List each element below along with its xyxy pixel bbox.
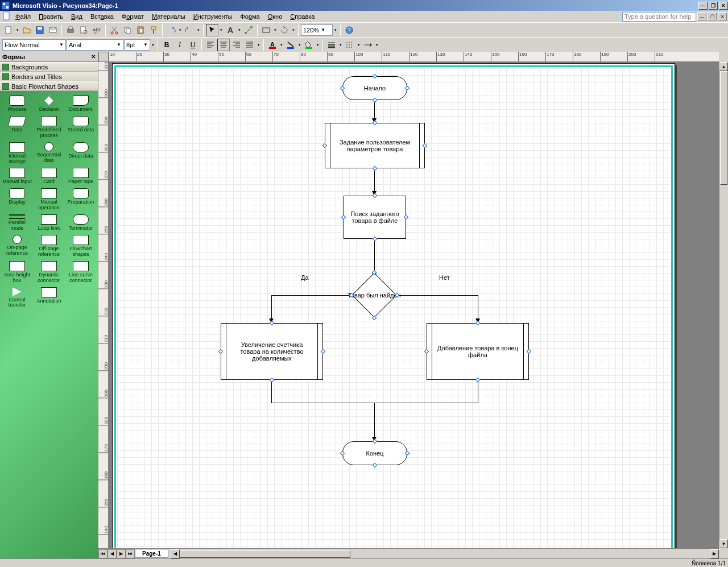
stencil-borders[interactable]: Borders and Titles xyxy=(0,72,98,81)
line-ends-button[interactable] xyxy=(362,39,374,51)
menu-shape[interactable]: Форма xyxy=(236,12,263,21)
fill-color-dropdown[interactable]: ▾ xyxy=(316,43,320,47)
redo-dropdown[interactable]: ▾ xyxy=(196,28,201,32)
rotate-button[interactable] xyxy=(278,24,291,36)
align-center-button[interactable] xyxy=(217,39,230,51)
email-button[interactable] xyxy=(47,24,59,36)
stencil-shape-item[interactable]: Card xyxy=(33,167,65,186)
menu-edit[interactable]: Править xyxy=(35,12,67,21)
stencil-shape-item[interactable]: Predefined process xyxy=(33,115,65,140)
stencil-shape-item[interactable]: On-page reference xyxy=(1,234,33,259)
paste-button[interactable] xyxy=(134,24,147,36)
menu-tools[interactable]: Инструменты xyxy=(189,12,237,21)
save-button[interactable] xyxy=(34,24,46,36)
stencil-shape-item[interactable]: Decision xyxy=(33,94,65,114)
line-pattern-dropdown[interactable]: ▾ xyxy=(357,43,361,47)
shape-start[interactable]: Начало xyxy=(342,76,407,100)
shape-step2[interactable]: Поиск заданного товара в файле xyxy=(344,196,406,239)
stencil-shape-item[interactable]: Sequential data xyxy=(33,141,65,166)
help-button[interactable]: ? xyxy=(343,24,355,36)
font-combo[interactable]: Arial▼ xyxy=(67,39,123,51)
canvas-viewport[interactable]: Начало Задание пользователем параметров … xyxy=(109,62,728,548)
undo-dropdown[interactable]: ▾ xyxy=(178,28,183,32)
menu-insert[interactable]: Вставка xyxy=(86,12,118,21)
shape-step1[interactable]: Задание пользователем параметров товара xyxy=(325,123,425,168)
stencil-shape-item[interactable]: Preparation xyxy=(65,187,97,212)
align-justify-button[interactable] xyxy=(243,39,256,51)
align-left-button[interactable] xyxy=(204,39,217,51)
menu-format[interactable]: Формат xyxy=(118,12,148,21)
italic-button[interactable]: I xyxy=(173,39,186,51)
stencil-shape-item[interactable]: Manual input xyxy=(1,167,33,186)
shapes-panel-close-icon[interactable]: ✕ xyxy=(91,53,96,60)
zoom-combo[interactable]: 120%▼ xyxy=(301,24,333,36)
close-button[interactable]: ✕ xyxy=(719,2,728,10)
fill-color-button[interactable] xyxy=(303,39,315,51)
stencil-shape-item[interactable]: Control transfer xyxy=(1,286,33,310)
size-dropdown[interactable]: ▾ xyxy=(151,43,155,47)
page-tab[interactable]: Page-1 xyxy=(135,550,168,558)
stencil-shape-item[interactable]: Dynamic connector xyxy=(33,260,65,285)
underline-button[interactable]: U xyxy=(187,39,199,51)
stencil-backgrounds[interactable]: Backgrounds xyxy=(0,62,98,72)
stencil-shape-item[interactable]: Direct data xyxy=(65,141,97,166)
cut-button[interactable] xyxy=(108,24,121,36)
pointer-tool-button[interactable] xyxy=(206,24,218,36)
open-button[interactable] xyxy=(20,24,33,36)
menu-help[interactable]: Справка xyxy=(286,12,318,21)
shape-left[interactable]: Увеличение счетчика товара на количество… xyxy=(221,323,323,380)
stencil-shape-item[interactable]: Stored data xyxy=(65,115,97,140)
text-tool-button[interactable]: A xyxy=(224,24,237,36)
stencil-shape-item[interactable]: Internal storage xyxy=(1,141,33,166)
shape-right[interactable]: Добавление товара в конец файла xyxy=(427,323,529,380)
undo-button[interactable] xyxy=(165,24,177,36)
line-weight-dropdown[interactable]: ▾ xyxy=(338,43,343,47)
vertical-scrollbar[interactable]: ▲ ▼ xyxy=(719,62,728,548)
line-weight-button[interactable] xyxy=(325,39,338,51)
line-color-button[interactable] xyxy=(284,39,297,51)
minimize-button[interactable]: — xyxy=(698,2,708,10)
align-right-button[interactable] xyxy=(230,39,243,51)
connector-tool-button[interactable] xyxy=(242,24,255,36)
bold-button[interactable]: B xyxy=(160,39,173,51)
stencil-shape-item[interactable]: Line-curve connector xyxy=(65,260,97,285)
tab-prev-button[interactable]: ◀ xyxy=(107,549,117,558)
menu-view[interactable]: Вид xyxy=(67,12,86,21)
shape-end[interactable]: Конец xyxy=(342,441,407,465)
stencil-shape-item[interactable]: Off-page reference xyxy=(33,234,65,259)
line-ends-dropdown[interactable]: ▾ xyxy=(375,43,379,47)
tab-last-button[interactable]: ⏭ xyxy=(126,549,135,558)
stencil-shape-item[interactable]: Display xyxy=(1,187,33,212)
stencil-flowchart[interactable]: Basic Flowchart Shapes xyxy=(0,81,98,91)
spell-button[interactable]: ABC xyxy=(90,24,103,36)
menu-window[interactable]: Окно xyxy=(264,12,287,21)
stencil-shape-item[interactable]: Auto-height box xyxy=(1,260,33,285)
line-pattern-button[interactable] xyxy=(344,39,356,51)
shape-dropdown[interactable]: ▾ xyxy=(273,28,278,32)
restore-button[interactable]: ❐ xyxy=(709,2,718,10)
tab-first-button[interactable]: ⏮ xyxy=(98,549,107,558)
drawing-page[interactable]: Начало Задание пользователем параметров … xyxy=(112,63,675,548)
stencil-shape-item[interactable]: Paper tape xyxy=(65,167,97,186)
mdi-minimize-button[interactable]: — xyxy=(697,13,706,20)
rectangle-tool-button[interactable] xyxy=(260,24,272,36)
align-dropdown[interactable]: ▾ xyxy=(257,43,261,47)
menu-file[interactable]: Файл xyxy=(11,12,35,21)
menu-materials[interactable]: Материалы xyxy=(148,12,189,21)
horizontal-scrollbar[interactable]: ◀ ▶ xyxy=(171,549,719,558)
stencil-shape-item[interactable]: Data xyxy=(1,115,33,140)
print-preview-button[interactable] xyxy=(77,24,90,36)
stencil-shape-item[interactable]: Parallel mode xyxy=(1,213,33,233)
mdi-restore-button[interactable]: ❐ xyxy=(708,13,717,20)
size-combo[interactable]: 8pt▼ xyxy=(124,39,150,51)
new-button[interactable] xyxy=(2,24,15,36)
pointer-dropdown[interactable]: ▾ xyxy=(219,28,224,32)
stencil-shape-item[interactable]: Loop limit xyxy=(33,213,65,233)
stencil-shape-item[interactable]: Terminator xyxy=(65,213,97,233)
tab-next-button[interactable]: ▶ xyxy=(117,549,126,558)
format-painter-button[interactable] xyxy=(147,24,160,36)
style-combo[interactable]: Flow Normal▼ xyxy=(2,39,66,51)
text-dropdown[interactable]: ▾ xyxy=(237,28,242,32)
stencil-shape-item[interactable]: Flowchart shapes xyxy=(65,234,97,259)
stencil-shape-item[interactable]: Document xyxy=(65,94,97,114)
